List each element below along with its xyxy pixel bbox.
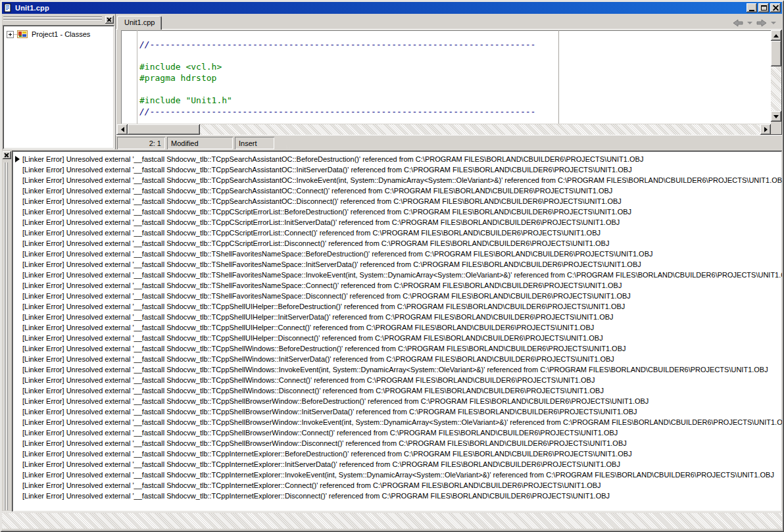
tree-expand-icon[interactable] [7, 31, 14, 38]
message-row[interactable]: [Linker Error] Unresolved external '__fa… [13, 196, 782, 206]
code-line[interactable]: #include <vcl.h> [139, 61, 536, 72]
code-lines: //--------------------------------------… [139, 39, 536, 117]
message-row[interactable]: [Linker Error] Unresolved external '__fa… [13, 154, 782, 164]
maximize-button[interactable] [758, 3, 769, 12]
message-row[interactable]: [Linker Error] Unresolved external '__fa… [13, 291, 782, 301]
message-text: [Linker Error] Unresolved external '__fa… [21, 481, 601, 489]
message-text: [Linker Error] Unresolved external '__fa… [21, 397, 649, 405]
navigate-back-button[interactable] [731, 18, 745, 28]
message-text: [Linker Error] Unresolved external '__fa… [21, 471, 774, 479]
message-row[interactable]: [Linker Error] Unresolved external '__fa… [13, 301, 782, 312]
dock-grab-handle[interactable] [3, 16, 102, 22]
message-row[interactable]: [Linker Error] Unresolved external '__fa… [13, 375, 782, 385]
modified-panel: Modified [167, 137, 233, 149]
message-pane-close-button[interactable] [3, 151, 11, 159]
message-tabs-strip: Build [2, 512, 782, 530]
message-row[interactable]: [Linker Error] Unresolved external '__fa… [13, 438, 782, 448]
titlebar[interactable]: Unit1.cpp [2, 2, 782, 14]
message-row[interactable]: [Linker Error] Unresolved external '__fa… [13, 364, 782, 375]
window-title: Unit1.cpp [15, 4, 49, 12]
message-text: [Linker Error] Unresolved external '__fa… [21, 324, 594, 331]
message-row[interactable]: [Linker Error] Unresolved external '__fa… [13, 228, 782, 238]
close-icon [773, 5, 779, 11]
message-row[interactable]: [Linker Error] Unresolved external '__fa… [13, 480, 782, 491]
editor-tab-unit1cpp[interactable]: Unit1.cpp [117, 16, 162, 30]
message-text: [Linker Error] Unresolved external '__fa… [21, 281, 622, 289]
message-row[interactable]: [Linker Error] Unresolved external '__fa… [13, 312, 782, 322]
message-row[interactable]: [Linker Error] Unresolved external '__fa… [13, 333, 782, 343]
message-text: [Linker Error] Unresolved external '__fa… [21, 450, 632, 458]
message-row[interactable]: [Linker Error] Unresolved external '__fa… [13, 185, 782, 196]
message-text: [Linker Error] Unresolved external '__fa… [21, 345, 626, 352]
message-row[interactable]: [Linker Error] Unresolved external '__fa… [13, 280, 782, 291]
code-editor[interactable]: //--------------------------------------… [117, 30, 771, 124]
editor-page: //--------------------------------------… [116, 29, 782, 135]
message-row[interactable]: [Linker Error] Unresolved external '__fa… [13, 322, 782, 333]
back-arrow-icon [733, 19, 743, 27]
hscroll-track[interactable] [128, 124, 760, 135]
minimize-button[interactable] [747, 3, 757, 12]
ide-window: Unit1.cpp Project1 - Class [0, 0, 784, 532]
message-row[interactable]: [Linker Error] Unresolved external '__fa… [13, 259, 782, 270]
code-line[interactable]: #pragma hdrstop [139, 72, 536, 84]
minimize-icon [749, 10, 754, 11]
vscroll-thumb[interactable] [771, 41, 781, 66]
code-line[interactable]: //--------------------------------------… [139, 106, 536, 117]
message-row[interactable]: [Linker Error] Unresolved external '__fa… [13, 459, 782, 470]
message-text: [Linker Error] Unresolved external '__fa… [21, 429, 618, 437]
message-row[interactable]: [Linker Error] Unresolved external '__fa… [13, 427, 782, 438]
message-row[interactable]: [Linker Error] Unresolved external '__fa… [13, 206, 782, 217]
scroll-up-button[interactable] [771, 30, 781, 41]
scroll-right-button[interactable] [760, 124, 771, 135]
message-text: [Linker Error] Unresolved external '__fa… [21, 229, 600, 237]
message-row[interactable]: [Linker Error] Unresolved external '__fa… [13, 249, 782, 259]
message-row[interactable]: [Linker Error] Unresolved external '__fa… [13, 396, 782, 406]
class-explorer-tree[interactable]: Project1 - Classes [3, 25, 114, 149]
message-pane-grab-handle[interactable] [4, 162, 9, 510]
code-line[interactable]: //--------------------------------------… [139, 39, 536, 50]
triangle-right-icon [764, 127, 768, 132]
message-row[interactable]: [Linker Error] Unresolved external '__fa… [13, 385, 782, 396]
code-line[interactable]: #include "Unit1.h" [139, 95, 536, 106]
message-row[interactable]: [Linker Error] Unresolved external '__fa… [13, 470, 782, 480]
message-text: [Linker Error] Unresolved external '__fa… [21, 292, 631, 300]
message-row[interactable]: [Linker Error] Unresolved external '__fa… [13, 354, 782, 364]
code-line[interactable] [139, 84, 536, 95]
forward-history-dropdown[interactable] [770, 18, 777, 28]
close-button[interactable] [770, 3, 781, 12]
hscroll-thumb[interactable] [128, 124, 200, 135]
navigate-forward-button[interactable] [754, 18, 769, 28]
message-text: [Linker Error] Unresolved external '__fa… [21, 155, 643, 163]
message-row[interactable]: [Linker Error] Unresolved external '__fa… [13, 448, 782, 459]
message-row[interactable]: [Linker Error] Unresolved external '__fa… [13, 491, 782, 501]
triangle-down-icon [773, 115, 779, 118]
message-row[interactable]: [Linker Error] Unresolved external '__fa… [13, 164, 782, 175]
code-line[interactable] [139, 50, 536, 61]
scroll-left-button[interactable] [117, 124, 128, 135]
message-row[interactable]: [Linker Error] Unresolved external '__fa… [13, 175, 782, 185]
editor-horizontal-scrollbar[interactable] [117, 124, 771, 135]
tree-item-project1-classes[interactable]: Project1 - Classes [7, 29, 112, 39]
editor-tab-label: Unit1.cpp [124, 18, 155, 26]
insert-mode-status: Insert [239, 139, 257, 147]
message-pane: [Linker Error] Unresolved external '__fa… [2, 149, 782, 530]
message-row[interactable]: [Linker Error] Unresolved external '__fa… [13, 343, 782, 354]
editor-vertical-scrollbar[interactable] [771, 30, 781, 122]
message-row[interactable]: [Linker Error] Unresolved external '__fa… [13, 270, 782, 280]
back-history-dropdown[interactable] [747, 18, 753, 28]
message-list[interactable]: [Linker Error] Unresolved external '__fa… [12, 151, 782, 512]
message-text: [Linker Error] Unresolved external '__fa… [21, 218, 620, 226]
class-explorer-close-button[interactable] [105, 16, 114, 24]
editor-tabstrip: Unit1.cpp [116, 14, 782, 30]
file-tab-label: Unit1.h [286, 136, 303, 149]
file-tab-label: Diagram [283, 136, 301, 149]
gutter-margin-line [137, 30, 137, 124]
forward-arrow-icon [756, 19, 767, 27]
message-text: [Linker Error] Unresolved external '__fa… [21, 376, 595, 384]
message-row[interactable]: [Linker Error] Unresolved external '__fa… [13, 238, 782, 249]
message-row[interactable]: [Linker Error] Unresolved external '__fa… [13, 406, 782, 417]
message-row[interactable]: [Linker Error] Unresolved external '__fa… [13, 217, 782, 228]
message-text: [Linker Error] Unresolved external '__fa… [21, 492, 610, 500]
message-row[interactable]: [Linker Error] Unresolved external '__fa… [13, 417, 782, 427]
scroll-down-button[interactable] [771, 111, 781, 122]
